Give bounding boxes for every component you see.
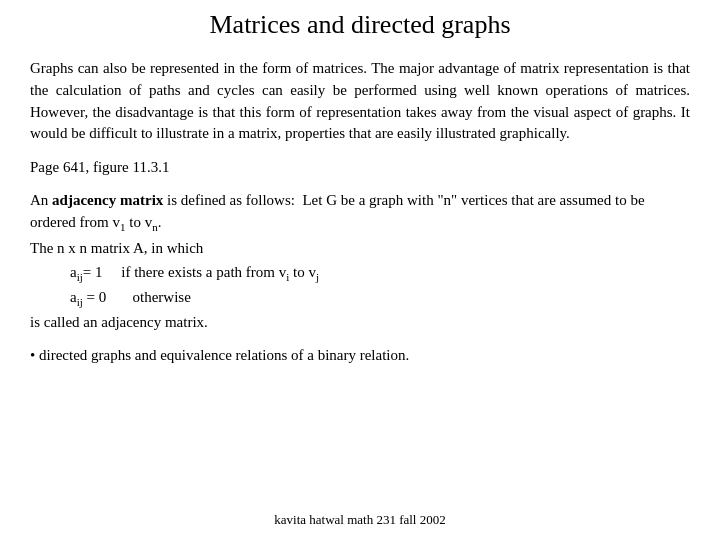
aij-sub-2: ij [77, 296, 83, 308]
bullet-item: • directed graphs and equivalence relati… [30, 347, 690, 364]
vi-sub: i [286, 271, 289, 283]
page-reference: Page 641, figure 11.3.1 [30, 159, 690, 176]
footer: kavita hatwal math 231 fall 2002 [0, 512, 720, 528]
vj-sub: j [316, 271, 319, 283]
sub-1: 1 [120, 221, 126, 233]
adjacency-section: An adjacency matrix is defined as follow… [30, 190, 690, 333]
matrix-row-2: aij = 0 otherwise [70, 286, 690, 311]
aij-sub-1: ij [77, 271, 83, 283]
matrix-intro-line: The n x n matrix A, in which [30, 238, 690, 260]
matrix-lines: aij= 1 if there exists a path from vi to… [70, 261, 690, 311]
adjacency-definition-line1: An adjacency matrix is defined as follow… [30, 190, 690, 236]
page: Matrices and directed graphs Graphs can … [0, 0, 720, 540]
sub-n: n [152, 221, 158, 233]
called-line: is called an adjacency matrix. [30, 312, 690, 334]
intro-paragraph: Graphs can also be represented in the fo… [30, 58, 690, 145]
matrix-row-1: aij= 1 if there exists a path from vi to… [70, 261, 690, 286]
bullet-section: • directed graphs and equivalence relati… [30, 347, 690, 364]
page-title: Matrices and directed graphs [30, 10, 690, 40]
